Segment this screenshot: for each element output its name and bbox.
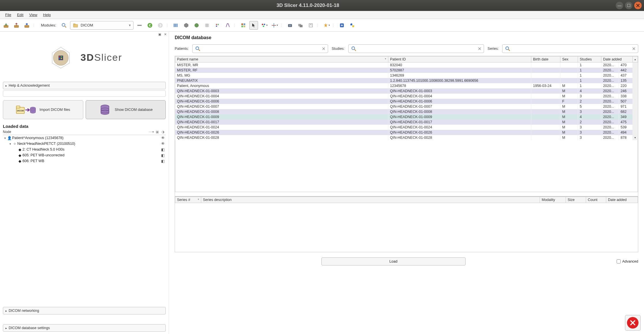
module-home-icon[interactable] bbox=[135, 21, 144, 30]
patient-row[interactable]: QIN-HEADNECK-01-0028QIN-HEADNECK-01-0028… bbox=[175, 135, 638, 140]
series-date-added-column[interactable]: Date added bbox=[606, 197, 638, 203]
tree-series-row[interactable]: ◆ 606: PET WB ◧ bbox=[3, 158, 166, 164]
scrollbar-track[interactable] bbox=[633, 114, 638, 119]
sphere-icon[interactable] bbox=[192, 21, 201, 30]
tree-study-row[interactable]: ▾ ○ Neck^HeadNeckPETCT (20100510) 👁 bbox=[3, 141, 166, 147]
nav-back-icon[interactable] bbox=[146, 21, 154, 30]
patient-row[interactable]: QIN-HEADNECK-01-0007QIN-HEADNECK-01-0007… bbox=[175, 104, 638, 109]
count-column[interactable]: Count bbox=[586, 197, 606, 203]
scrollbar-track[interactable]: ▾ bbox=[633, 135, 638, 140]
scrollbar-track[interactable] bbox=[633, 104, 638, 109]
scrollbar-track[interactable] bbox=[633, 88, 638, 94]
patient-row[interactable]: QIN-HEADNECK-01-0026QIN-HEADNECK-01-0026… bbox=[175, 130, 638, 135]
clear-icon[interactable]: ✕ bbox=[632, 46, 636, 52]
nav-forward-icon[interactable] bbox=[156, 21, 165, 30]
scrollbar-track[interactable] bbox=[633, 73, 638, 78]
birth-date-column[interactable]: Birth date bbox=[531, 56, 560, 62]
tree-vis-icon[interactable]: ▣ bbox=[154, 130, 160, 134]
tree-collapse-icon[interactable]: ▾ bbox=[8, 142, 12, 145]
import-dicom-button[interactable]: DICOM Import DICOM files bbox=[3, 100, 83, 119]
models-icon[interactable] bbox=[213, 21, 222, 30]
studies-column[interactable]: Studies bbox=[578, 56, 601, 62]
patient-row[interactable]: MISTER, RF570288712020...442 bbox=[175, 68, 638, 73]
load-button[interactable]: Load bbox=[321, 257, 466, 265]
cube-icon[interactable] bbox=[182, 21, 191, 30]
dicom-database-settings-section[interactable]: ▸ DICOM database settings bbox=[3, 324, 166, 332]
visibility-icon[interactable]: 👁 bbox=[160, 142, 166, 146]
window-close-button[interactable] bbox=[634, 2, 642, 9]
tree-opts-icon[interactable]: ⋯▾ bbox=[148, 130, 154, 134]
tree-color-icon[interactable]: ◑ bbox=[160, 130, 166, 134]
scrollbar-track[interactable] bbox=[633, 83, 638, 88]
close-database-button[interactable] bbox=[625, 315, 641, 331]
fiducial-icon[interactable]: ▾ bbox=[260, 21, 268, 30]
patient-row[interactable]: MISTER, MR83204012020...470 bbox=[175, 62, 638, 68]
visibility-icon[interactable]: ◧ bbox=[160, 153, 166, 157]
scene-views-icon[interactable] bbox=[296, 21, 305, 30]
patient-row[interactable]: Patient, Anonymous123456781956-03-24M120… bbox=[175, 83, 638, 88]
tree-node-column[interactable]: Node bbox=[3, 130, 148, 134]
scrollbar-track[interactable] bbox=[633, 99, 638, 104]
menu-view[interactable]: View bbox=[26, 12, 40, 18]
pointer-icon[interactable] bbox=[249, 21, 258, 30]
series-filter-input[interactable]: ✕ bbox=[502, 44, 638, 53]
series-number-column[interactable]: Series #▾ bbox=[175, 197, 201, 203]
module-search-icon[interactable] bbox=[60, 21, 68, 30]
extension-manager-icon[interactable] bbox=[338, 21, 346, 30]
restore-icon[interactable] bbox=[306, 21, 315, 30]
dicom-networking-section[interactable]: ▸ DICOM networking bbox=[3, 307, 166, 314]
patients-filter-input[interactable]: ✕ bbox=[192, 44, 328, 53]
visibility-icon[interactable]: 👁 bbox=[160, 136, 166, 140]
menu-edit[interactable]: Edit bbox=[14, 12, 26, 18]
scrollbar-track[interactable] bbox=[633, 130, 638, 135]
module-selector[interactable]: DICOM ▾ bbox=[70, 21, 133, 30]
scrollbar-track[interactable] bbox=[633, 109, 638, 114]
patient-row[interactable]: QIN-HEADNECK-01-0004QIN-HEADNECK-01-0004… bbox=[175, 94, 638, 99]
crosshair-icon[interactable]: ▾ bbox=[270, 21, 279, 30]
scrollbar-track[interactable] bbox=[633, 94, 638, 99]
panel-undock-icon[interactable]: ▣ bbox=[157, 32, 162, 37]
sex-column[interactable]: Sex bbox=[560, 56, 578, 62]
load-data-icon[interactable] bbox=[2, 21, 10, 30]
scrollbar-track[interactable] bbox=[633, 119, 638, 125]
patient-id-column[interactable]: Patient ID bbox=[388, 56, 531, 62]
patient-row[interactable]: QIN-HEADNECK-01-0003QIN-HEADNECK-01-0003… bbox=[175, 88, 638, 94]
panel-close-icon[interactable]: ✕ bbox=[163, 32, 167, 37]
tree-series-row[interactable]: ◆ 605: PET WB-uncorrected ◧ bbox=[3, 152, 166, 158]
star-icon[interactable]: ▾ bbox=[322, 21, 331, 30]
modality-column[interactable]: Modality bbox=[540, 197, 566, 203]
size-column[interactable]: Size bbox=[566, 197, 586, 203]
scrollbar-track[interactable] bbox=[633, 68, 638, 73]
grid-icon[interactable] bbox=[203, 21, 211, 30]
tree-collapse-icon[interactable]: ▾ bbox=[3, 136, 7, 140]
layout-icon[interactable] bbox=[172, 21, 180, 30]
clear-icon[interactable]: ✕ bbox=[322, 46, 325, 52]
patient-row[interactable]: MS, MG134626912020...437 bbox=[175, 73, 638, 78]
patient-row[interactable]: QIN-HEADNECK-01-0008QIN-HEADNECK-01-0008… bbox=[175, 109, 638, 114]
visibility-icon[interactable]: ◧ bbox=[160, 147, 166, 152]
help-acknowledgement-section[interactable]: ▸ Help & Acknowledgement bbox=[3, 82, 166, 89]
patient-row[interactable]: QIN-HEADNECK-01-0006QIN-HEADNECK-01-0006… bbox=[175, 99, 638, 104]
series-description-column[interactable]: Series description bbox=[201, 197, 540, 203]
advanced-checkbox[interactable]: Advanced bbox=[617, 259, 638, 263]
menu-help[interactable]: Help bbox=[40, 12, 54, 18]
scrollbar-track[interactable] bbox=[633, 78, 638, 83]
patient-row[interactable]: QIN-HEADNECK-01-0017QIN-HEADNECK-01-0017… bbox=[175, 119, 638, 125]
save-data-icon[interactable] bbox=[12, 21, 21, 30]
patient-row[interactable]: PNEUMATIX1.2.840.113745.101000.1008000.3… bbox=[175, 78, 638, 83]
studies-filter-input[interactable]: ✕ bbox=[348, 44, 484, 53]
view-grid-icon[interactable] bbox=[239, 21, 248, 30]
tree-patient-row[interactable]: ▾ 👤 Patient^Anonymous (12345678) 👁 bbox=[3, 135, 166, 141]
markups-icon[interactable] bbox=[223, 21, 232, 30]
patient-row[interactable]: QIN-HEADNECK-01-0024QIN-HEADNECK-01-0024… bbox=[175, 125, 638, 130]
menu-file[interactable]: File bbox=[2, 12, 14, 18]
tree-series-row[interactable]: ◆ 2: CT HeadNeck 5.0 H30s ◧ bbox=[3, 147, 166, 152]
show-dicom-database-button[interactable]: Show DICOM database bbox=[86, 100, 166, 119]
window-minimize-button[interactable]: — bbox=[616, 2, 623, 9]
visibility-icon[interactable]: ◧ bbox=[160, 159, 166, 163]
dicom-data-icon[interactable] bbox=[22, 21, 31, 30]
scrollbar-track[interactable] bbox=[633, 125, 638, 130]
python-console-icon[interactable] bbox=[348, 21, 357, 30]
patient-name-column[interactable]: Patient name▾ bbox=[175, 56, 388, 62]
clear-icon[interactable]: ✕ bbox=[478, 46, 481, 52]
